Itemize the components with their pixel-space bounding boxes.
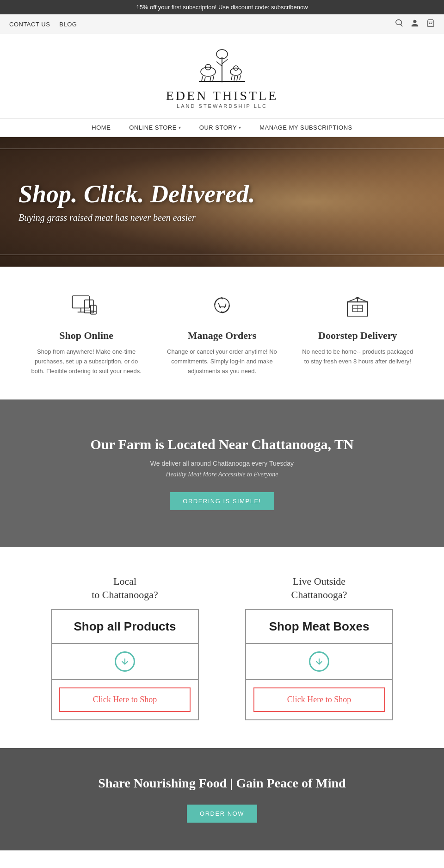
contact-us-link[interactable]: CONTACT US — [9, 21, 50, 28]
shop-all-products-btn-area: Click Here to Shop — [52, 680, 198, 719]
svg-line-6 — [213, 76, 214, 81]
feature-manage-orders: Manage Orders Change or cancel your orde… — [166, 290, 278, 376]
delivery-icon — [339, 290, 376, 322]
shop-meat-boxes-icon — [246, 644, 392, 680]
shop-meat-boxes-btn-area: Click Here to Shop — [246, 680, 392, 719]
nav-our-story-link[interactable]: OUR STORY — [199, 124, 237, 131]
feature-delivery-desc: No need to be home-- products packaged t… — [302, 347, 413, 367]
cart-icon[interactable] — [426, 19, 435, 29]
svg-point-28 — [224, 307, 225, 308]
shop-local-label: Localto Chattanooga? — [51, 575, 199, 601]
hero-line-bottom — [0, 255, 444, 255]
blog-link[interactable]: BLOG — [59, 21, 77, 28]
shop-online-icon — [68, 290, 105, 322]
bottom-section: Share Nourishing Food | Gain Peace of Mi… — [0, 748, 444, 850]
farm-location-section: Our Farm is Located Near Chattanooga, TN… — [0, 400, 444, 547]
svg-point-11 — [230, 68, 241, 75]
svg-point-1 — [201, 67, 216, 76]
shop-all-products-title: Shop all Products — [52, 610, 198, 644]
search-icon[interactable] — [395, 19, 403, 29]
feature-delivery: Doorstep Delivery No need to be home-- p… — [302, 290, 413, 367]
down-arrow-icon-2 — [309, 651, 329, 672]
promo-banner: 15% off your first subscription! Use dis… — [0, 0, 444, 14]
svg-line-16 — [240, 75, 240, 80]
logo-icon — [194, 48, 250, 85]
farm-location-title: Our Farm is Located Near Chattanooga, TN — [18, 437, 426, 452]
shop-local-column: Localto Chattanooga? Shop all Products C… — [51, 575, 199, 720]
svg-line-4 — [204, 77, 205, 81]
feature-shop-online: Shop Online Shop from anywhere! Make one… — [31, 290, 142, 376]
nav-online-store-link[interactable]: ONLINE STORE — [129, 124, 177, 131]
logo-subtitle: LAND STEWARDSHIP LLC — [9, 103, 435, 109]
chevron-down-icon-2: ▾ — [239, 125, 241, 130]
svg-point-27 — [220, 307, 221, 308]
hero-section: Shop. Click. Delivered. Buying grass rai… — [0, 137, 444, 267]
promo-text: 15% off your first subscription! Use dis… — [136, 4, 308, 11]
main-nav: HOME ONLINE STORE ▾ OUR STORY ▾ MANAGE M… — [0, 118, 444, 137]
shop-all-products-button[interactable]: Click Here to Shop — [59, 687, 191, 712]
nav-online-store[interactable]: ONLINE STORE ▾ — [129, 124, 181, 131]
account-icon[interactable] — [411, 19, 419, 29]
feature-manage-orders-title: Manage Orders — [166, 330, 278, 342]
top-nav: CONTACT US BLOG — [0, 14, 444, 34]
features-section: Shop Online Shop from anywhere! Make one… — [0, 267, 444, 400]
nav-our-story[interactable]: OUR STORY ▾ — [199, 124, 241, 131]
svg-line-9 — [216, 62, 222, 66]
hero-line-top — [0, 149, 444, 149]
shop-meat-boxes-title: Shop Meat Boxes — [246, 610, 392, 644]
svg-line-5 — [210, 77, 211, 81]
farm-location-tagline: Healthy Meat More Accessible to Everyone — [18, 471, 426, 478]
hero-title: Shop. Click. Delivered. — [18, 181, 255, 208]
ordering-simple-button[interactable]: ORDERING IS SIMPLE! — [170, 492, 274, 510]
shop-outside-column: Live OutsideChattanooga? Shop Meat Boxes… — [245, 575, 393, 720]
nav-home[interactable]: HOME — [92, 124, 111, 131]
manage-orders-icon — [204, 290, 240, 322]
shop-section: Localto Chattanooga? Shop all Products C… — [0, 547, 444, 748]
svg-line-10 — [222, 59, 228, 64]
hero-content: Shop. Click. Delivered. Buying grass rai… — [18, 181, 255, 223]
logo-title: EDEN THISTLE — [9, 88, 435, 103]
svg-line-15 — [237, 76, 238, 81]
nav-manage-subscriptions[interactable]: MANAGE MY SUBSCRIPTIONS — [259, 124, 352, 131]
order-now-button[interactable]: ORDER NOW — [187, 805, 257, 823]
svg-line-32 — [347, 298, 358, 302]
farm-location-subtitle: We deliver all around Chattanooga every … — [18, 460, 426, 467]
feature-shop-online-desc: Shop from anywhere! Make one-time purcha… — [31, 347, 142, 376]
hero-subtitle: Buying grass raised meat has never been … — [18, 212, 255, 223]
shop-meat-boxes-button[interactable]: Click Here to Shop — [253, 687, 385, 712]
svg-rect-18 — [72, 296, 89, 308]
shop-all-products-icon — [52, 644, 198, 680]
top-nav-right — [395, 19, 435, 29]
svg-line-33 — [358, 298, 368, 302]
top-nav-left: CONTACT US BLOG — [9, 21, 77, 28]
feature-delivery-title: Doorstep Delivery — [302, 330, 413, 342]
feature-manage-orders-desc: Change or cancel your order anytime! No … — [166, 347, 278, 376]
svg-line-13 — [231, 75, 232, 80]
svg-line-14 — [234, 76, 235, 81]
shop-meat-boxes-box: Shop Meat Boxes Click Here to Shop — [245, 609, 393, 720]
bottom-section-title: Share Nourishing Food | Gain Peace of Mi… — [18, 776, 426, 791]
chevron-down-icon: ▾ — [179, 125, 181, 130]
shop-all-products-box: Shop all Products Click Here to Shop — [51, 609, 199, 720]
feature-shop-online-title: Shop Online — [31, 330, 142, 342]
logo-area: EDEN THISTLE LAND STEWARDSHIP LLC — [0, 34, 444, 118]
svg-line-3 — [202, 76, 203, 81]
down-arrow-icon — [115, 651, 135, 672]
shop-outside-label: Live OutsideChattanooga? — [245, 575, 393, 601]
